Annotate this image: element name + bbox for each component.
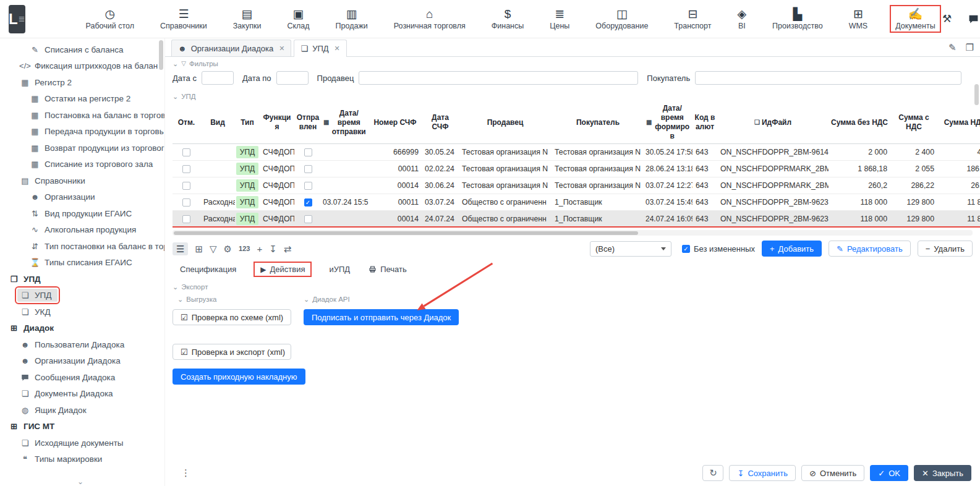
scrollbar-thumb[interactable] xyxy=(159,40,163,70)
nav-item-finance[interactable]: $Финансы xyxy=(488,6,527,32)
filter-input-2[interactable] xyxy=(359,71,638,85)
check-export-button[interactable]: ☑ Проверка и экспорт (xml) xyxy=(173,344,291,360)
sidebar-item-17[interactable]: ⊞Диадок xyxy=(0,320,164,337)
refresh-grid-icon[interactable]: ⇄ xyxy=(284,244,292,254)
delete-button[interactable]: − Удалить xyxy=(918,241,973,257)
sign-send-button[interactable]: Подписать и отправить через Диадок xyxy=(304,309,459,325)
add-button[interactable]: + Добавить xyxy=(762,241,822,257)
table-row[interactable]: УПДСЧФДОП0001102.02.24Тестовая организац… xyxy=(173,161,980,177)
row-checkbox[interactable] xyxy=(304,165,312,173)
sidebar-item-18[interactable]: ☻Пользователи Диадока xyxy=(0,336,164,353)
nav-item-warehouse[interactable]: ▣Склад xyxy=(283,6,313,32)
column-header-tip[interactable]: Тип xyxy=(235,101,260,143)
column-header-formed[interactable]: ▦Дата/время формиров xyxy=(644,101,692,143)
nav-item-retail[interactable]: ⌂Розничная торговля xyxy=(390,6,469,32)
nav-item-bi[interactable]: ◈BI xyxy=(733,6,750,32)
subtab-3[interactable]: Печать xyxy=(367,262,408,276)
column-header-seller[interactable]: Продавец xyxy=(459,101,552,143)
sidebar-item-1[interactable]: </>Фиксация штрихкодов на балан xyxy=(0,58,164,75)
sidebar-scroll-down-icon[interactable]: ⌄ xyxy=(77,477,83,486)
nav-item-equipment[interactable]: ◫Оборудование xyxy=(592,6,652,32)
table-row[interactable]: УПДСЧФДОП0001430.06.24Тестовая организац… xyxy=(173,177,980,194)
filter-select[interactable]: (Все) xyxy=(590,241,671,257)
column-header-sent[interactable]: Отправлен xyxy=(294,101,322,143)
row-checkbox[interactable] xyxy=(304,182,312,190)
sidebar-item-21[interactable]: ❏Документы Диадока xyxy=(0,386,164,403)
vertical-scrollbar[interactable] xyxy=(974,59,979,458)
column-header-sent_dt[interactable]: ▦Дата/время отправки xyxy=(322,101,369,143)
scrollbar-thumb[interactable] xyxy=(174,231,638,235)
sidebar-item-19[interactable]: ☻Организации Диадока xyxy=(0,353,164,370)
table-row[interactable]: РасходнаяУПДСЧФДОП✓03.07.24 15:510001103… xyxy=(173,194,980,211)
sidebar-item-4[interactable]: ▦Постановка на баланс в торгов xyxy=(0,107,164,124)
filters-section-header[interactable]: ⌄ ▽ Фильтры xyxy=(165,57,980,69)
unchanged-checkbox-group[interactable]: ✓ Без измененных xyxy=(682,244,755,254)
table-row[interactable]: УПДСЧФДОП66699930.05.24Тестовая организа… xyxy=(173,144,980,161)
numbering-icon[interactable]: 123 xyxy=(239,245,250,252)
create-invoice-button[interactable]: Создать приходную накладную xyxy=(173,369,305,385)
column-header-func[interactable]: Функция xyxy=(260,101,294,143)
sidebar-item-0[interactable]: ✎Списания с баланса xyxy=(0,41,164,58)
nav-item-purchases[interactable]: ▤Закупки xyxy=(229,6,265,32)
row-checkbox[interactable] xyxy=(304,148,312,156)
tools-icon[interactable]: ⚒ xyxy=(941,13,953,25)
column-header-date[interactable]: Дата СЧФ xyxy=(422,101,459,143)
tab-close-icon[interactable]: ✕ xyxy=(334,45,340,53)
edit-button[interactable]: ✎ Редактировать xyxy=(829,241,911,257)
sidebar-item-20[interactable]: Сообщения Диадока xyxy=(0,369,164,386)
diadoc-api-section-header[interactable]: ⌄ Диадок API xyxy=(304,293,350,305)
sidebar-item-22[interactable]: ◍Ящик Диадок xyxy=(0,402,164,419)
refresh-button[interactable]: ↻ xyxy=(702,465,723,481)
upd-section-header[interactable]: ⌄ УПД xyxy=(165,90,980,101)
tab-0[interactable]: ☻Организации Диадока✕ xyxy=(171,40,291,56)
export-download-icon[interactable]: ↧ xyxy=(269,244,277,254)
sidebar-item-14[interactable]: ❒УПД xyxy=(0,271,164,288)
column-header-vid[interactable]: Вид xyxy=(200,101,235,143)
sidebar-item-9[interactable]: ☻Организации xyxy=(0,189,164,206)
sidebar-item-8[interactable]: ▤Справочники xyxy=(0,173,164,189)
tab-close-icon[interactable]: ✕ xyxy=(279,45,284,53)
nav-item-sales[interactable]: ▥Продажи xyxy=(332,6,372,32)
column-settings-icon[interactable]: ⚙ xyxy=(224,244,232,254)
close-button[interactable]: ✕ Закрыть xyxy=(914,465,971,481)
column-header-sum1[interactable]: Сумма без НДС xyxy=(829,101,890,143)
column-header-sum2[interactable]: Сумма с НДС xyxy=(890,101,937,143)
fullscreen-icon[interactable]: ❐ xyxy=(966,42,974,53)
sidebar-item-5[interactable]: ▦Передача продукции в торговь xyxy=(0,124,164,140)
column-header-otm[interactable]: Отм. xyxy=(173,101,200,143)
save-button[interactable]: ↧ Сохранить xyxy=(729,465,796,481)
table-row[interactable]: РасходнаяУПДСЧФДОП0001424.07.24Общество … xyxy=(173,211,980,228)
table-view-icon[interactable]: ⊞ xyxy=(195,244,203,254)
sidebar-item-12[interactable]: ⇵Тип постановки на баланс в тор xyxy=(0,238,164,255)
column-header-num[interactable]: Номер СЧФ xyxy=(369,101,422,143)
column-header-cur[interactable]: Код валют xyxy=(692,101,717,143)
nav-item-prices[interactable]: ≣Цены xyxy=(546,6,573,32)
row-checkbox[interactable] xyxy=(182,165,190,173)
row-checkbox[interactable] xyxy=(182,148,190,156)
column-header-buyer[interactable]: Покупатель xyxy=(552,101,644,143)
quick-add-icon[interactable]: + xyxy=(257,244,262,254)
app-logo[interactable]: L ≣ xyxy=(9,5,25,33)
nav-item-transport[interactable]: ⊟Транспорт xyxy=(670,6,715,32)
sidebar-item-6[interactable]: ▦Возврат продукции из торговог xyxy=(0,140,164,156)
nav-item-catalogs[interactable]: ☰Справочники xyxy=(156,6,211,32)
edit-layout-icon[interactable]: ✎ xyxy=(948,42,957,53)
column-header-fileid[interactable]: ❏ИдФайл xyxy=(717,101,829,143)
sidebar-item-16[interactable]: ❏УКД xyxy=(0,304,164,320)
sidebar-item-10[interactable]: ⇅Вид продукции ЕГАИС xyxy=(0,205,164,222)
filter-input-3[interactable] xyxy=(695,71,961,85)
sidebar-item-25[interactable]: ❝Типы маркировки xyxy=(0,451,164,468)
horizontal-scrollbar[interactable] xyxy=(173,230,973,236)
row-checkbox[interactable] xyxy=(182,215,190,223)
more-options-icon[interactable]: ⋮ xyxy=(181,467,190,479)
sidebar-item-2[interactable]: ▦Регистр 2 xyxy=(0,74,164,91)
cancel-button[interactable]: ⊘ Отменить xyxy=(801,465,864,481)
column-header-sum3[interactable]: Сумма НДС xyxy=(937,101,980,143)
filter-icon[interactable]: ▽ xyxy=(210,244,217,254)
unchanged-checkbox[interactable]: ✓ xyxy=(682,245,690,253)
subtab-1[interactable]: ▶Действия xyxy=(254,262,312,277)
sidebar-item-24[interactable]: ❏Исходящие документы xyxy=(0,435,164,451)
sidebar-scrollbar[interactable] xyxy=(159,40,163,484)
check-schema-button[interactable]: ☑ Проверка по схеме (xml) xyxy=(173,309,291,325)
chat-icon[interactable] xyxy=(968,13,980,25)
